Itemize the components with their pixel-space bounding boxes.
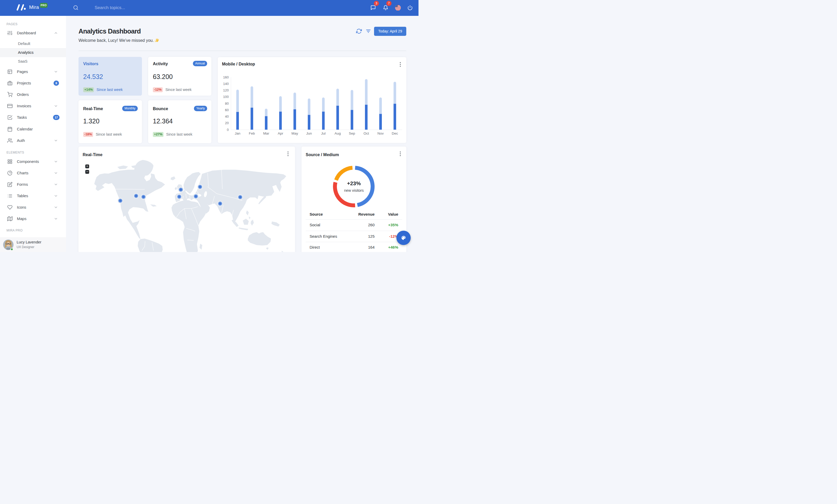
svg-text:20: 20 — [225, 121, 229, 125]
svg-text:Jul: Jul — [321, 131, 325, 135]
svg-text:May: May — [291, 131, 298, 135]
svg-text:100: 100 — [223, 95, 229, 99]
svg-text:Jan: Jan — [235, 131, 241, 135]
svg-text:40: 40 — [225, 115, 229, 118]
svg-text:160: 160 — [223, 75, 229, 79]
svg-text:Apr: Apr — [278, 131, 283, 135]
svg-text:Sep: Sep — [349, 131, 355, 135]
svg-text:140: 140 — [223, 82, 229, 86]
svg-text:Oct: Oct — [363, 131, 369, 135]
svg-text:0: 0 — [227, 128, 229, 132]
svg-text:Mar: Mar — [263, 131, 269, 135]
svg-text:Aug: Aug — [335, 131, 341, 135]
svg-text:60: 60 — [225, 108, 229, 112]
svg-text:80: 80 — [225, 101, 229, 106]
svg-text:Dec: Dec — [392, 131, 398, 135]
svg-text:Jun: Jun — [306, 131, 312, 135]
svg-text:Nov: Nov — [377, 131, 384, 135]
svg-text:120: 120 — [223, 88, 229, 92]
svg-text:Feb: Feb — [249, 131, 255, 135]
